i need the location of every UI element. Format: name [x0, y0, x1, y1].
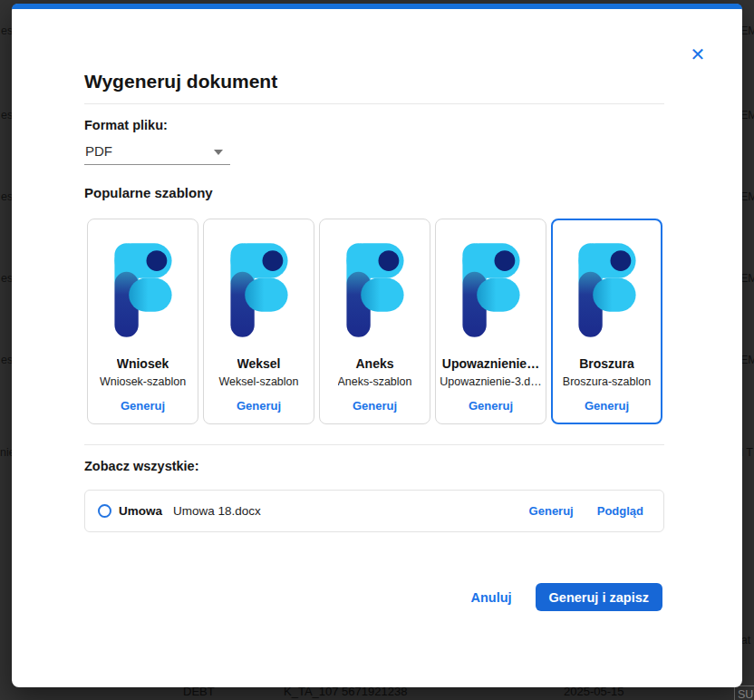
bg-text-fragment: EM [740, 354, 754, 366]
template-title: Wniosek [117, 356, 169, 371]
row-preview-link[interactable]: Podgląd [597, 504, 643, 518]
divider [84, 103, 664, 104]
see-all-heading: Zobacz wszystkie: [84, 459, 199, 473]
generate-link[interactable]: Generuj [353, 399, 397, 413]
bg-text-fragment: EM [740, 190, 754, 203]
cancel-button[interactable]: Anuluj [470, 590, 511, 605]
f-logo-icon [451, 238, 531, 342]
template-title: Broszura [579, 356, 634, 371]
template-filename: Umowa 18.docx [173, 504, 261, 518]
template-row-umowa: Umowa Umowa 18.docx Generuj Podgląd [84, 490, 664, 532]
template-subtitle: Weksel-szablon [218, 375, 298, 388]
template-title: Weksel [237, 356, 281, 371]
popular-templates-heading: Popularne szablony [84, 185, 213, 200]
template-subtitle: Aneks-szablon [338, 375, 412, 388]
chevron-down-icon [214, 150, 223, 155]
divider [84, 444, 664, 445]
bg-text-fragment: EM [740, 24, 754, 37]
template-name: Umowa [119, 504, 162, 518]
f-logo-icon [335, 238, 415, 342]
row-generate-link[interactable]: Generuj [529, 504, 574, 518]
template-card-upowaznienie[interactable]: Upowaznienie… Upowaznienie-3.d… Generuj [435, 219, 546, 424]
template-card-broszura[interactable]: Broszura Broszura-szablon Generuj [551, 219, 662, 424]
template-card-weksel[interactable]: Weksel Weksel-szablon Generuj [203, 219, 314, 424]
bg-text-fragment: EM [740, 272, 754, 285]
template-card-list: Wniosek Wniosek-szablon Generuj Weksel W… [87, 219, 662, 424]
template-subtitle: Broszura-szablon [563, 375, 651, 388]
file-format-label: Format pliku: [84, 118, 168, 132]
template-card-aneks[interactable]: Aneks Aneks-szablon Generuj [319, 219, 430, 424]
close-icon[interactable]: ✕ [686, 44, 710, 67]
template-title: Upowaznienie… [442, 356, 539, 371]
generate-document-dialog: ✕ Wygeneruj dokument Format pliku: PDF P… [12, 4, 742, 687]
file-format-value: PDF [84, 138, 230, 164]
generate-link[interactable]: Generuj [237, 399, 281, 413]
bg-text-fragment: EM [740, 109, 754, 122]
template-card-wniosek[interactable]: Wniosek Wniosek-szablon Generuj [87, 219, 198, 424]
f-logo-icon [567, 238, 647, 342]
template-subtitle: Wniosek-szablon [100, 375, 186, 388]
file-format-select[interactable]: PDF [84, 138, 230, 165]
radio-button[interactable] [98, 504, 111, 518]
generate-and-save-button[interactable]: Generuj i zapisz [536, 583, 662, 611]
f-logo-icon [219, 238, 299, 342]
generate-link[interactable]: Generuj [585, 399, 629, 413]
dialog-title: Wygeneruj dokument [84, 71, 277, 92]
bg-status-badge-fragment: SU [734, 685, 754, 700]
template-subtitle: Upowaznienie-3.d… [440, 375, 542, 388]
generate-link[interactable]: Generuj [469, 399, 513, 413]
generate-link[interactable]: Generuj [121, 399, 165, 413]
dialog-accent-bar [12, 4, 742, 9]
f-logo-icon [103, 238, 183, 342]
template-title: Aneks [355, 356, 393, 371]
dialog-footer: Anuluj Generuj i zapisz [470, 583, 662, 611]
